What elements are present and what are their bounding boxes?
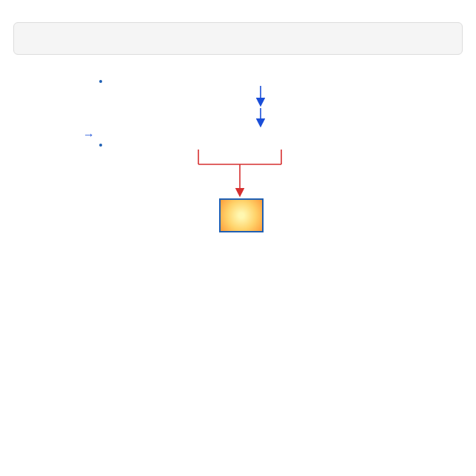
expected-output-codebox [13, 22, 463, 55]
count-occurrences-label: → [13, 127, 99, 142]
bracket-connector-icon [95, 147, 426, 198]
down-arrow-icon [95, 107, 426, 127]
result-cell [219, 198, 264, 232]
down-arrow-icon [95, 83, 426, 107]
diagram-area: → [13, 80, 463, 232]
right-arrow-icon: → [83, 128, 95, 141]
